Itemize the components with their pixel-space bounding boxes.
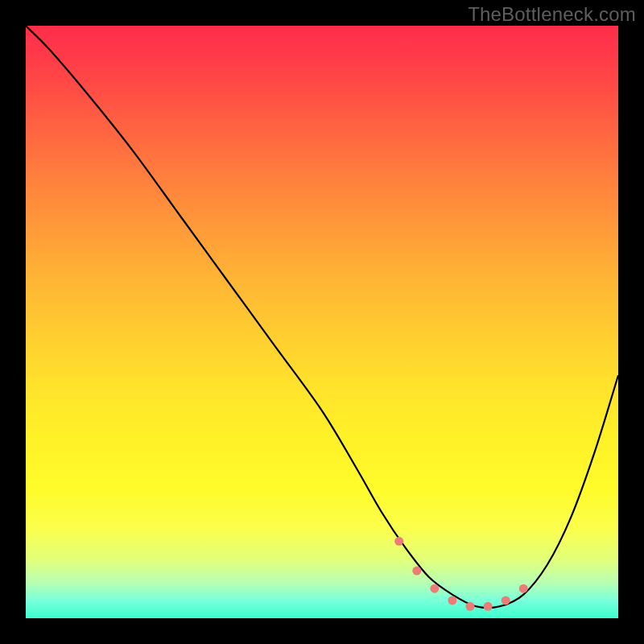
- highlight-marker: [502, 596, 510, 605]
- highlight-marker: [466, 602, 475, 611]
- highlight-marker: [448, 596, 456, 605]
- highlight-marker: [484, 602, 493, 611]
- bottleneck-curve: [26, 26, 618, 608]
- highlight-marker: [519, 584, 528, 593]
- highlight-marker: [412, 567, 421, 576]
- watermark-text: TheBottleneck.com: [468, 3, 636, 26]
- plot-area: [26, 26, 618, 618]
- highlight-marker: [394, 537, 403, 546]
- chart-frame: TheBottleneck.com: [0, 0, 644, 644]
- highlight-marker: [430, 584, 439, 593]
- curve-svg: [26, 26, 618, 618]
